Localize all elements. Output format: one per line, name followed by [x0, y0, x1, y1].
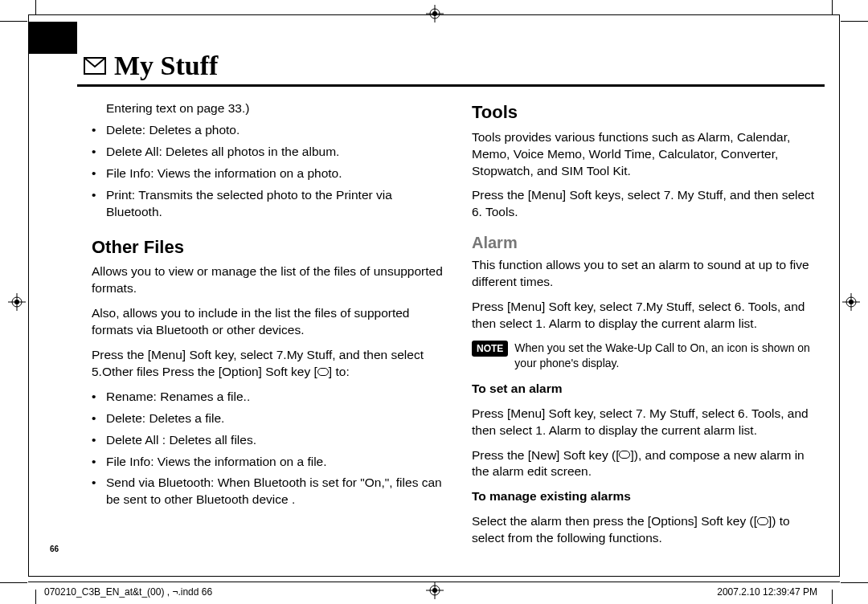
crop-mark [832, 590, 833, 604]
envelope-icon [84, 57, 106, 78]
crop-mark [0, 582, 27, 583]
list-item: •Delete All : Deletes all files. [92, 432, 444, 449]
crop-mark [841, 582, 868, 583]
softkey-icon [317, 368, 329, 376]
bullet-dot-icon: • [92, 165, 106, 182]
bullet-dot-icon: • [92, 410, 106, 427]
crop-mark [832, 0, 833, 14]
body-text: This function allows you to set an alarm… [472, 257, 825, 291]
body-text: Allows you to view or manage the list of… [92, 263, 444, 297]
list-item-text: Delete All : Deletes all files. [106, 432, 444, 449]
list-item: •Rename: Renames a file.. [92, 389, 444, 406]
registration-mark-icon [426, 582, 444, 599]
list-item-text: Delete All: Deletes all photos in the al… [106, 144, 444, 161]
body-text: Also, allows you to include in the list … [92, 305, 444, 339]
page-title-band: My Stuff [77, 51, 825, 87]
content-columns: Entering text on page 33.) •Delete: Dele… [92, 100, 825, 571]
body-text: Press [Menu] Soft key, select 7. My Stuf… [472, 406, 825, 439]
page-frame: My Stuff Entering text on page 33.) •Del… [28, 14, 840, 577]
list-item-text: Delete: Deletes a photo. [106, 122, 444, 139]
body-text-fragment: Press the [New] Soft key ([ [472, 448, 619, 462]
list-item-text: Send via Bluetooth: When Bluetooth is se… [106, 475, 444, 508]
list-item: •Delete: Deletes a file. [92, 410, 444, 427]
body-text-fragment: Press the [Menu] Soft key, select 7.My S… [92, 348, 424, 378]
body-text-fragment: Select the alarm then press the [Options… [472, 514, 757, 528]
subheading-manage-alarms: To manage existing alarms [472, 488, 825, 505]
crop-mark [841, 21, 868, 22]
chapter-tab [29, 22, 77, 54]
bullet-dot-icon: • [92, 475, 106, 508]
bullet-dot-icon: • [92, 432, 106, 449]
subsection-heading-alarm: Alarm [472, 232, 825, 254]
page-title: My Stuff [114, 51, 218, 81]
body-text: Tools provides various functions such as… [472, 129, 825, 180]
list-item-text: Rename: Renames a file.. [106, 389, 444, 406]
footer-rule [28, 582, 840, 582]
body-text: Press the [Menu] Soft keys, select 7. My… [472, 187, 825, 221]
bullet-dot-icon: • [92, 389, 106, 406]
page-number: 66 [50, 545, 59, 553]
footer-filename: 070210_C3B_EN_at&t_(00) , ¬.indd 66 [44, 586, 212, 598]
list-item: •Delete: Deletes a photo. [92, 122, 444, 139]
softkey-icon [757, 517, 768, 525]
note-text: When you set the Wake-Up Call to On, an … [514, 341, 825, 371]
bullet-dot-icon: • [92, 122, 106, 139]
note-box: NOTE When you set the Wake-Up Call to On… [472, 341, 825, 371]
list-item: •Print: Transmits the selected photo to … [92, 187, 444, 221]
softkey-icon [619, 451, 630, 459]
crop-mark [0, 21, 27, 22]
list-item-text: File Info: Views the information on a ph… [106, 165, 444, 182]
left-column: Entering text on page 33.) •Delete: Dele… [92, 100, 444, 571]
registration-mark-icon [8, 293, 26, 311]
body-text: Press the [New] Soft key ([]), and compo… [472, 447, 825, 481]
subheading-set-alarm: To set an alarm [472, 381, 825, 398]
body-text: Entering text on page 33.) [106, 100, 444, 117]
crop-mark [35, 590, 36, 604]
list-item-text: Print: Transmits the selected photo to t… [106, 187, 444, 221]
list-item-text: Delete: Deletes a file. [106, 410, 444, 427]
list-item: •Delete All: Deletes all photos in the a… [92, 144, 444, 161]
body-text: Press the [Menu] Soft key, select 7.My S… [92, 347, 444, 381]
right-column: Tools Tools provides various functions s… [472, 100, 825, 571]
section-heading-other-files: Other Files [92, 235, 444, 259]
list-item: •Send via Bluetooth: When Bluetooth is s… [92, 475, 444, 508]
body-text: Press [Menu] Soft key, select 7.My Stuff… [472, 299, 825, 333]
footer-timestamp: 2007.2.10 12:39:47 PM [717, 586, 817, 598]
list-item-text: File Info: Views the information on a fi… [106, 454, 444, 471]
bullet-dot-icon: • [92, 454, 106, 471]
bullet-dot-icon: • [92, 187, 106, 221]
body-text: Select the alarm then press the [Options… [472, 513, 825, 547]
note-tag: NOTE [472, 341, 508, 357]
list-item: •File Info: Views the information on a p… [92, 165, 444, 182]
list-item: •File Info: Views the information on a f… [92, 454, 444, 471]
body-text-fragment: ] to: [329, 365, 350, 378]
crop-mark [35, 0, 36, 14]
registration-mark-icon [842, 293, 860, 311]
bullet-dot-icon: • [92, 144, 106, 161]
section-heading-tools: Tools [472, 100, 825, 124]
